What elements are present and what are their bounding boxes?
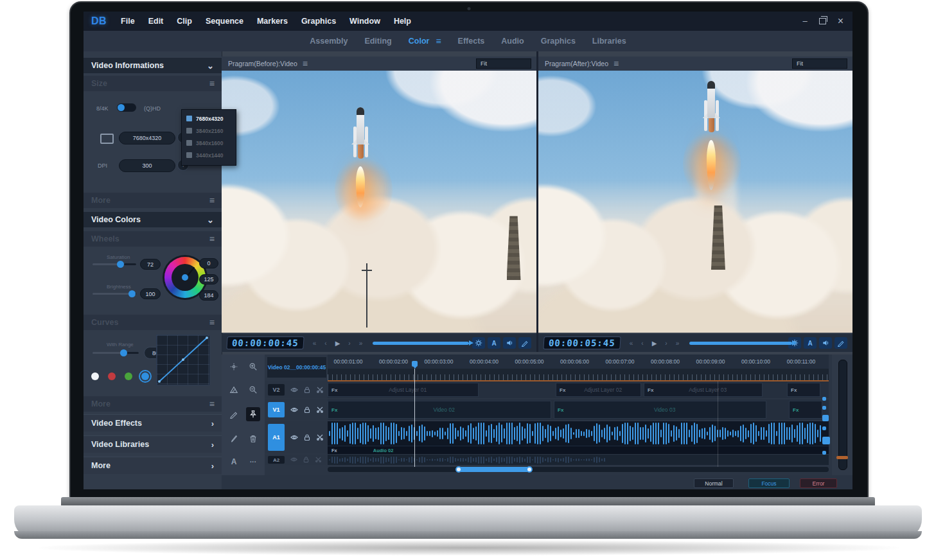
audio-waveform-a2[interactable] — [329, 456, 612, 464]
clip-adjust-layer-02[interactable]: FxAdjust Layer 02 — [556, 383, 641, 397]
track-label-a2[interactable]: A2 — [268, 456, 285, 464]
hamburger-icon[interactable]: ≡ — [303, 58, 307, 69]
eye-icon[interactable] — [290, 386, 298, 394]
step-forward-button[interactable]: › — [348, 340, 350, 347]
subsection-wheels[interactable]: Wheels ≡ — [84, 231, 222, 247]
play-button[interactable]: ▶ — [335, 340, 340, 347]
scrollbar-handle-left[interactable] — [455, 466, 462, 473]
audio-clip-label-strip[interactable]: Fx Audio 02 — [328, 446, 829, 454]
eye-icon[interactable] — [290, 406, 298, 414]
unlink-icon[interactable] — [316, 386, 324, 394]
clip-video-02[interactable]: FxVideo 02 — [328, 401, 551, 419]
annotate-pen-button[interactable] — [834, 337, 847, 349]
clip-fx-v2[interactable]: Fx — [787, 383, 820, 397]
menu-item-window[interactable]: Window — [349, 17, 380, 26]
track-label-v2[interactable]: V2 — [268, 384, 285, 396]
curve-channel-blue-selected[interactable] — [141, 372, 149, 380]
skip-end-button[interactable]: » — [359, 340, 363, 347]
hamburger-icon[interactable]: ≡ — [614, 58, 618, 69]
clip-adjust-layer-01[interactable]: FxAdjust Layer 01 — [328, 383, 479, 397]
lock-icon[interactable] — [303, 433, 311, 441]
curve-channel-white[interactable] — [91, 372, 99, 380]
lock-icon[interactable] — [303, 456, 310, 463]
vertical-zoom-track[interactable] — [838, 360, 847, 470]
tab-libraries[interactable]: Libraries — [592, 37, 626, 46]
section-video-colors[interactable]: Video Colors ⌄ — [84, 212, 222, 227]
unlink-icon[interactable] — [315, 456, 322, 463]
section-video-informations[interactable]: Video Informations ⌄ — [84, 58, 222, 73]
subsection-size[interactable]: Size ≡ — [84, 76, 222, 91]
tab-assembly[interactable]: Assembly — [310, 37, 348, 46]
subsection-more-2[interactable]: More ≡ — [84, 396, 222, 412]
video-preview-before[interactable] — [222, 71, 536, 333]
menu-item-help[interactable]: Help — [394, 17, 411, 26]
playhead-line[interactable] — [414, 369, 415, 467]
more-tools-icon[interactable]: ··· — [246, 455, 260, 469]
lock-icon[interactable] — [303, 406, 311, 414]
menu-item-sequence[interactable]: Sequence — [206, 17, 243, 26]
menu-item-clip[interactable]: Clip — [177, 17, 192, 26]
checkbox-icon[interactable] — [186, 152, 192, 158]
checkbox-icon[interactable] — [186, 140, 192, 146]
clip-fx-v1[interactable]: Fx — [789, 401, 822, 419]
skip-start-button[interactable]: « — [630, 340, 633, 347]
timeline-horizontal-scrollbar[interactable] — [328, 467, 829, 472]
playhead-handle[interactable] — [412, 361, 418, 367]
zoom-out-tool-icon[interactable] — [246, 383, 260, 397]
saturation-slider[interactable] — [93, 263, 136, 265]
minimize-icon[interactable]: – — [802, 17, 807, 25]
tab-audio[interactable]: Audio — [501, 37, 524, 46]
sidebar-item-video-effects[interactable]: Video Effects › — [84, 414, 222, 432]
video-preview-after[interactable] — [538, 71, 852, 333]
resolution-option[interactable]: 3840x2160 — [182, 125, 236, 137]
curves-graph[interactable] — [156, 335, 210, 385]
tab-color[interactable]: Color — [409, 37, 430, 46]
timeline-ruler[interactable]: 00:00:01:0000:00:02:0000:00:03:0000:00:0… — [328, 354, 829, 369]
clip-video-03[interactable]: FxVideo 03 — [554, 401, 766, 419]
dpi-pill[interactable]: 300 — [119, 159, 175, 172]
play-button[interactable]: ▶ — [652, 340, 657, 347]
color-tab-menu-icon[interactable]: ≡ — [436, 36, 441, 46]
brush-tool-icon[interactable] — [227, 432, 241, 446]
unlink-icon[interactable] — [316, 433, 324, 441]
speaker-button[interactable] — [503, 337, 516, 349]
speaker-button[interactable] — [819, 337, 832, 349]
auto-mode-button[interactable]: A — [804, 337, 817, 349]
eye-icon[interactable] — [290, 433, 298, 441]
subsection-more-1[interactable]: More ≡ — [84, 193, 222, 208]
eye-icon[interactable] — [290, 456, 297, 463]
sequence-tab[interactable]: Video 02__00:00:00:45 — [267, 357, 326, 378]
focus-button[interactable]: Focus — [748, 478, 790, 488]
fit-dropdown-after[interactable]: Fit — [792, 58, 847, 69]
playback-progress-before[interactable] — [373, 342, 472, 345]
menu-item-markers[interactable]: Markers — [257, 17, 288, 26]
scrollbar-range[interactable] — [459, 467, 529, 472]
playback-progress-after[interactable] — [689, 342, 788, 345]
tab-effects[interactable]: Effects — [458, 37, 485, 46]
checkbox-icon[interactable] — [186, 128, 192, 134]
with-range-slider[interactable] — [93, 352, 139, 354]
unlink-icon[interactable] — [316, 406, 324, 414]
curve-channel-green[interactable] — [125, 372, 132, 380]
clip-adjust-layer-03[interactable]: FxAdjust Layer 03 — [644, 383, 763, 397]
menu-item-graphics[interactable]: Graphics — [301, 17, 336, 26]
normal-button[interactable]: Normal — [694, 478, 734, 488]
lock-icon[interactable] — [303, 386, 311, 394]
step-forward-button[interactable]: › — [665, 340, 667, 347]
settings-gear-button[interactable] — [472, 337, 485, 349]
curve-channel-red[interactable] — [108, 372, 116, 380]
pin-tool-icon-selected[interactable] — [246, 407, 260, 421]
resolution-mode-toggle[interactable] — [117, 103, 136, 112]
scrollbar-handle-right[interactable] — [526, 466, 533, 473]
resolution-option[interactable]: 7680x4320 — [182, 112, 236, 125]
track-label-v1[interactable]: V1 — [268, 402, 285, 417]
auto-mode-button[interactable]: A — [488, 337, 500, 349]
resolution-option[interactable]: 3440x1440 — [182, 149, 236, 161]
step-back-button[interactable]: ‹ — [641, 340, 643, 347]
annotate-pen-button[interactable] — [518, 337, 531, 349]
fit-dropdown-before[interactable]: Fit — [476, 58, 531, 69]
zoom-in-tool-icon[interactable] — [246, 360, 260, 374]
brightness-slider[interactable] — [93, 293, 136, 295]
restore-icon[interactable] — [819, 18, 826, 24]
vertical-zoom-handle-orange[interactable] — [836, 456, 848, 459]
